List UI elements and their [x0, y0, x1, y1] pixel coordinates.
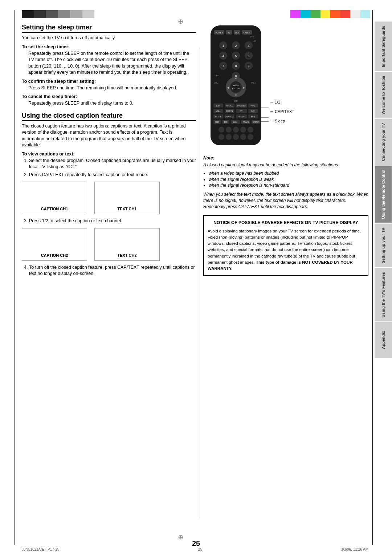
sidebar-tab-features[interactable]: Using the TV's Features: [375, 268, 392, 321]
caption-box-ch2: CAPTION CH2: [22, 228, 87, 261]
sleep-sub1-label: To set the sleep timer:: [22, 44, 196, 49]
note-bullet2: when the signal reception is weak: [209, 177, 368, 183]
sidebar-tab-important[interactable]: Important Safeguards: [375, 22, 392, 71]
sidebar-tab-label: Appendix: [381, 331, 385, 349]
color-block-r8: [360, 10, 371, 18]
svg-text:9: 9: [248, 64, 249, 68]
note-bullets: when a video tape has been dubbed when t…: [209, 170, 368, 189]
svg-text:TÖ/MN: TÖ/MN: [243, 121, 249, 123]
svg-point-77: [219, 127, 224, 133]
color-block-3: [46, 10, 58, 18]
svg-text:DVD: DVD: [250, 36, 254, 38]
svg-text:SYS/MN: SYS/MN: [252, 121, 260, 123]
label-line: [270, 102, 273, 102]
color-block-r3: [310, 10, 320, 18]
svg-text:1: 1: [222, 44, 224, 48]
svg-text:FAV: FAV: [251, 110, 255, 112]
svg-text:TV: TV: [228, 32, 230, 34]
svg-point-79: [233, 127, 239, 133]
svg-text:▶: ▶: [243, 86, 245, 89]
svg-text:▲: ▲: [234, 77, 237, 80]
right-border: [372, 10, 373, 545]
caption-box-ch1: CAPTION CH1: [22, 182, 87, 214]
caption-step3: Press 1/2 to select the caption or text …: [29, 218, 196, 224]
svg-text:TV/VIDEO: TV/VIDEO: [237, 105, 245, 107]
sleep-sub3-text: Repeatedly press SLEEP until the display…: [28, 100, 196, 107]
sidebar-tab-label: Using the Remote Control: [381, 170, 385, 219]
sleep-sub3-label: To cancel the sleep timer:: [22, 94, 196, 99]
top-color-bar: [22, 10, 370, 18]
sidebar-tab-setting[interactable]: Setting up your TV: [375, 224, 392, 267]
sidebar-tab-appendix[interactable]: Appendix: [375, 322, 392, 358]
svg-text:TT: TT: [240, 110, 242, 112]
color-block-5: [70, 10, 82, 18]
color-block-r5: [330, 10, 340, 18]
left-border: [15, 10, 15, 545]
remote-area: POWER TV VCR CABLE DVD 1: [203, 24, 368, 152]
svg-text:PIP▲: PIP▲: [250, 105, 255, 107]
sidebar-tab-remote[interactable]: Using the Remote Control: [375, 166, 392, 223]
column-divider: [200, 47, 200, 519]
label-sleep: Sleep: [275, 119, 285, 123]
svg-point-35: [230, 81, 242, 93]
closed-caption-section: Using the closed caption feature The clo…: [22, 112, 196, 277]
label-half: 1/2: [275, 100, 280, 104]
caption-steps-3: To turn off the closed caption feature, …: [29, 264, 196, 277]
svg-point-78: [226, 127, 232, 133]
svg-text:RESET: RESET: [215, 116, 221, 118]
svg-text:MENU: MENU: [233, 84, 239, 86]
caption-step4: To turn off the closed caption feature, …: [29, 264, 196, 277]
svg-point-86: [248, 134, 253, 140]
svg-text:4: 4: [222, 54, 224, 58]
note-title: Note:: [203, 155, 368, 161]
text-ch1-label: TEXT CH1: [117, 207, 136, 211]
svg-point-80: [240, 127, 246, 133]
svg-text:CABLE: CABLE: [244, 32, 250, 34]
right-sidebar: Important Safeguards Welcome to Toshiba …: [375, 22, 392, 530]
svg-text:RECALL: RECALL: [226, 105, 233, 107]
svg-text:CH+: CH+: [215, 74, 219, 77]
sleep-sub2-text: Press SLEEP one time. The remaining time…: [28, 85, 196, 92]
color-block-r4: [320, 10, 331, 18]
caption-boxes-row1: CAPTION CH1 TEXT CH1: [22, 182, 196, 214]
remote-svg: POWER TV VCR CABLE DVD 1: [203, 24, 269, 151]
top-bar-left: [22, 10, 94, 18]
color-block-2: [34, 10, 46, 18]
sleep-timer-heading: Setting the sleep timer: [22, 24, 196, 33]
sidebar-tab-label: Setting up your TV: [381, 228, 385, 263]
footer-right: 3/3/06, 11:26 AM: [341, 547, 368, 551]
color-block-4: [58, 10, 70, 18]
sleep-timer-section: Setting the sleep timer You can set the …: [22, 24, 196, 107]
caption-step2: Press CAP/TEXT repeatedly to select capt…: [29, 172, 196, 178]
svg-text:VOL+: VOL+: [251, 82, 256, 84]
color-block-r2: [301, 10, 311, 18]
sidebar-tab-connecting[interactable]: Connecting your TV: [375, 119, 392, 165]
caption-steps-2: Press 1/2 to select the caption or text …: [29, 218, 196, 224]
sidebar-tab-label: Welcome to Toshiba: [381, 76, 385, 114]
svg-text:POWER: POWER: [216, 32, 223, 34]
sleep-sub2-label: To confirm the sleep timer setting:: [22, 79, 196, 84]
svg-text:+10: +10: [253, 40, 256, 42]
note-bullet3: when the signal reception is non-standar…: [209, 182, 368, 189]
sidebar-tab-label: Using the TV's Features: [381, 272, 385, 317]
warning-body: Avoid displaying stationary images on yo…: [208, 229, 361, 264]
note-bullet1: when a video tape has been dubbed: [209, 170, 368, 177]
label-sleep-line: Sleep: [270, 119, 294, 123]
svg-text:SLEEP: SLEEP: [238, 116, 245, 118]
color-block-r7: [350, 10, 360, 18]
svg-text:6: 6: [248, 54, 249, 58]
svg-text:VOL+: VOL+: [216, 110, 221, 112]
caption-ch2-label: CAPTION CH2: [41, 253, 68, 258]
note-para2: When you select the text mode, the text …: [203, 191, 368, 210]
svg-text:ENTER: ENTER: [232, 88, 240, 90]
svg-text:VCR: VCR: [235, 32, 239, 34]
svg-text:OR: OR: [234, 100, 238, 102]
sidebar-tab-welcome[interactable]: Welcome to Toshiba: [375, 72, 392, 118]
closed-caption-heading: Using the closed caption feature: [22, 112, 196, 121]
text-box-ch1: TEXT CH1: [94, 182, 160, 214]
remote-side-labels: 1/2 CAP/TEXT Sleep: [270, 100, 294, 123]
svg-text:2: 2: [235, 44, 237, 48]
svg-text:MTS: MTS: [251, 116, 255, 118]
svg-point-82: [219, 134, 224, 140]
svg-text:EXIT: EXIT: [216, 105, 220, 107]
